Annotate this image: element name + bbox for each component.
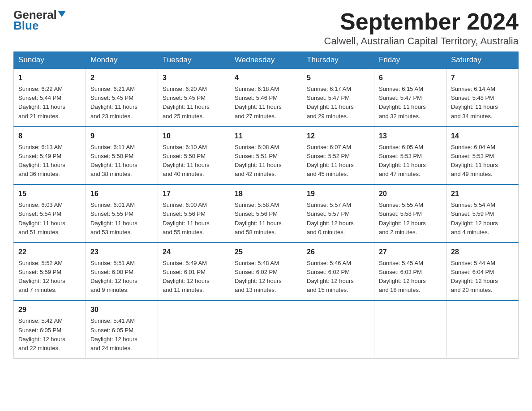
day-info: Sunrise: 5:58 AMSunset: 5:56 PMDaylight:…	[235, 201, 297, 237]
table-row: 10 Sunrise: 6:10 AMSunset: 5:50 PMDaylig…	[158, 127, 230, 185]
day-number: 4	[235, 73, 297, 83]
day-info: Sunrise: 6:04 AMSunset: 5:53 PMDaylight:…	[451, 143, 514, 179]
day-info: Sunrise: 5:42 AMSunset: 6:05 PMDaylight:…	[18, 317, 81, 353]
table-row: 6 Sunrise: 6:15 AMSunset: 5:47 PMDayligh…	[374, 68, 446, 127]
table-row	[302, 300, 374, 358]
day-number: 18	[235, 188, 297, 199]
logo-blue: Blue	[13, 19, 39, 33]
header-sunday: Sunday	[14, 52, 86, 69]
page-header: General Blue September 2024 Calwell, Aus…	[13, 9, 519, 47]
header-thursday: Thursday	[302, 52, 374, 69]
table-row: 26 Sunrise: 5:46 AMSunset: 6:02 PMDaylig…	[302, 243, 374, 301]
day-number: 10	[163, 131, 225, 141]
day-number: 11	[235, 131, 297, 141]
day-info: Sunrise: 6:01 AMSunset: 5:55 PMDaylight:…	[90, 201, 153, 237]
day-info: Sunrise: 6:08 AMSunset: 5:51 PMDaylight:…	[235, 143, 297, 179]
day-number: 19	[307, 188, 369, 199]
header-wednesday: Wednesday	[230, 52, 302, 69]
day-number: 5	[307, 73, 369, 83]
day-info: Sunrise: 6:11 AMSunset: 5:50 PMDaylight:…	[90, 143, 153, 179]
table-row: 19 Sunrise: 5:57 AMSunset: 5:57 PMDaylig…	[302, 184, 374, 243]
table-row: 13 Sunrise: 6:05 AMSunset: 5:53 PMDaylig…	[374, 127, 446, 185]
day-info: Sunrise: 6:15 AMSunset: 5:47 PMDaylight:…	[379, 85, 442, 121]
header-friday: Friday	[374, 52, 446, 69]
day-number: 26	[307, 247, 369, 257]
day-number: 13	[379, 131, 442, 141]
day-number: 8	[18, 131, 81, 141]
table-row: 12 Sunrise: 6:07 AMSunset: 5:52 PMDaylig…	[302, 127, 374, 185]
day-number: 29	[18, 304, 81, 315]
logo-triangle-icon	[58, 11, 66, 17]
table-row: 21 Sunrise: 5:54 AMSunset: 5:59 PMDaylig…	[446, 184, 519, 243]
table-row: 11 Sunrise: 6:08 AMSunset: 5:51 PMDaylig…	[230, 127, 302, 185]
table-row: 23 Sunrise: 5:51 AMSunset: 6:00 PMDaylig…	[86, 243, 158, 301]
table-row: 4 Sunrise: 6:18 AMSunset: 5:46 PMDayligh…	[230, 68, 302, 127]
table-row: 24 Sunrise: 5:49 AMSunset: 6:01 PMDaylig…	[158, 243, 230, 301]
table-row: 2 Sunrise: 6:21 AMSunset: 5:45 PMDayligh…	[86, 68, 158, 127]
table-row	[374, 300, 446, 358]
table-row	[158, 300, 230, 358]
table-row: 20 Sunrise: 5:55 AMSunset: 5:58 PMDaylig…	[374, 184, 446, 243]
page-subtitle: Calwell, Australian Capital Territory, A…	[324, 35, 519, 47]
day-info: Sunrise: 5:44 AMSunset: 6:04 PMDaylight:…	[451, 259, 514, 295]
page-title: September 2024	[324, 9, 519, 34]
day-info: Sunrise: 5:55 AMSunset: 5:58 PMDaylight:…	[379, 201, 442, 237]
day-info: Sunrise: 5:51 AMSunset: 6:00 PMDaylight:…	[90, 259, 153, 295]
day-info: Sunrise: 5:57 AMSunset: 5:57 PMDaylight:…	[307, 201, 369, 237]
day-number: 17	[163, 188, 225, 199]
day-info: Sunrise: 6:17 AMSunset: 5:47 PMDaylight:…	[307, 85, 369, 121]
day-number: 27	[379, 247, 442, 257]
table-row: 27 Sunrise: 5:45 AMSunset: 6:03 PMDaylig…	[374, 243, 446, 301]
logo: General Blue	[13, 9, 66, 33]
calendar-week-row: 29 Sunrise: 5:42 AMSunset: 6:05 PMDaylig…	[14, 300, 519, 358]
calendar-week-row: 1 Sunrise: 6:22 AMSunset: 5:44 PMDayligh…	[14, 68, 519, 127]
day-number: 24	[163, 247, 225, 257]
table-row: 29 Sunrise: 5:42 AMSunset: 6:05 PMDaylig…	[14, 300, 86, 358]
table-row: 9 Sunrise: 6:11 AMSunset: 5:50 PMDayligh…	[86, 127, 158, 185]
calendar-table: Sunday Monday Tuesday Wednesday Thursday…	[13, 51, 519, 359]
table-row: 25 Sunrise: 5:48 AMSunset: 6:02 PMDaylig…	[230, 243, 302, 301]
table-row: 17 Sunrise: 6:00 AMSunset: 5:56 PMDaylig…	[158, 184, 230, 243]
day-number: 14	[451, 131, 514, 141]
day-number: 22	[18, 247, 81, 257]
day-info: Sunrise: 5:52 AMSunset: 5:59 PMDaylight:…	[18, 259, 81, 295]
day-info: Sunrise: 6:05 AMSunset: 5:53 PMDaylight:…	[379, 143, 442, 179]
day-number: 16	[90, 188, 153, 199]
table-row: 18 Sunrise: 5:58 AMSunset: 5:56 PMDaylig…	[230, 184, 302, 243]
table-row: 15 Sunrise: 6:03 AMSunset: 5:54 PMDaylig…	[14, 184, 86, 243]
day-number: 1	[18, 73, 81, 83]
day-info: Sunrise: 6:21 AMSunset: 5:45 PMDaylight:…	[90, 85, 153, 121]
table-row: 1 Sunrise: 6:22 AMSunset: 5:44 PMDayligh…	[14, 68, 86, 127]
day-number: 25	[235, 247, 297, 257]
day-info: Sunrise: 5:49 AMSunset: 6:01 PMDaylight:…	[163, 259, 225, 295]
calendar-week-row: 8 Sunrise: 6:13 AMSunset: 5:49 PMDayligh…	[14, 127, 519, 185]
header-monday: Monday	[86, 52, 158, 69]
table-row	[446, 300, 519, 358]
day-info: Sunrise: 6:18 AMSunset: 5:46 PMDaylight:…	[235, 85, 297, 121]
day-info: Sunrise: 6:07 AMSunset: 5:52 PMDaylight:…	[307, 143, 369, 179]
day-info: Sunrise: 6:22 AMSunset: 5:44 PMDaylight:…	[18, 85, 81, 121]
table-row: 7 Sunrise: 6:14 AMSunset: 5:48 PMDayligh…	[446, 68, 519, 127]
calendar-week-row: 22 Sunrise: 5:52 AMSunset: 5:59 PMDaylig…	[14, 243, 519, 301]
day-info: Sunrise: 6:14 AMSunset: 5:48 PMDaylight:…	[451, 85, 514, 121]
day-number: 30	[90, 304, 153, 315]
day-info: Sunrise: 6:13 AMSunset: 5:49 PMDaylight:…	[18, 143, 81, 179]
table-row	[230, 300, 302, 358]
day-number: 3	[163, 73, 225, 83]
table-row: 8 Sunrise: 6:13 AMSunset: 5:49 PMDayligh…	[14, 127, 86, 185]
header-tuesday: Tuesday	[158, 52, 230, 69]
day-number: 20	[379, 188, 442, 199]
day-info: Sunrise: 6:10 AMSunset: 5:50 PMDaylight:…	[163, 143, 225, 179]
calendar-week-row: 15 Sunrise: 6:03 AMSunset: 5:54 PMDaylig…	[14, 184, 519, 243]
day-number: 12	[307, 131, 369, 141]
day-info: Sunrise: 5:54 AMSunset: 5:59 PMDaylight:…	[451, 201, 514, 237]
day-info: Sunrise: 6:03 AMSunset: 5:54 PMDaylight:…	[18, 201, 81, 237]
day-info: Sunrise: 5:41 AMSunset: 6:05 PMDaylight:…	[90, 317, 153, 353]
day-number: 2	[90, 73, 153, 83]
table-row: 28 Sunrise: 5:44 AMSunset: 6:04 PMDaylig…	[446, 243, 519, 301]
table-row: 30 Sunrise: 5:41 AMSunset: 6:05 PMDaylig…	[86, 300, 158, 358]
day-number: 28	[451, 247, 514, 257]
table-row: 14 Sunrise: 6:04 AMSunset: 5:53 PMDaylig…	[446, 127, 519, 185]
day-info: Sunrise: 6:20 AMSunset: 5:45 PMDaylight:…	[163, 85, 225, 121]
calendar-header-row: Sunday Monday Tuesday Wednesday Thursday…	[14, 52, 519, 69]
